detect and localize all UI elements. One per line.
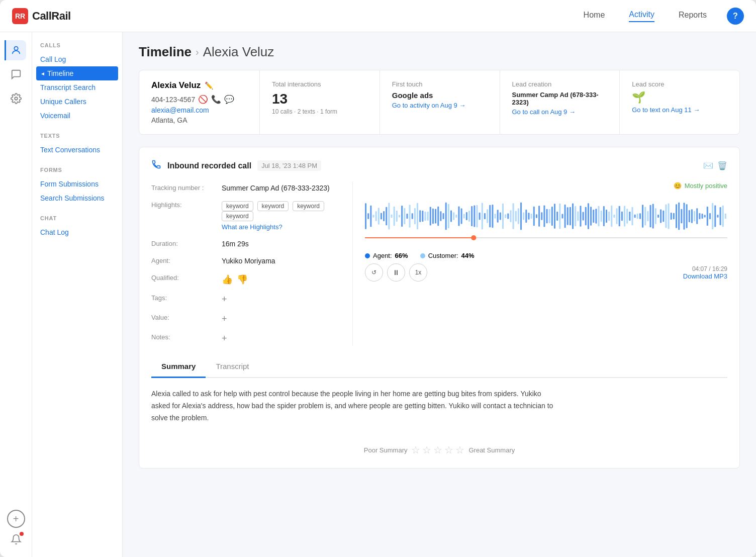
svg-rect-79 [564,205,566,228]
notification-bell[interactable] [9,532,24,549]
tracking-label: Tracking number : [151,182,222,194]
thumbs-up-icon[interactable]: 👍 [222,274,233,285]
svg-rect-87 [585,207,587,226]
help-button[interactable]: ? [727,8,744,25]
sidebar-item-call-log[interactable]: Call Log [32,52,122,66]
svg-rect-75 [554,204,555,228]
keyword-tag-3: keyword [293,201,324,211]
star-4[interactable]: ☆ [444,444,453,456]
svg-rect-4 [370,206,371,227]
star-2[interactable]: ☆ [422,444,431,456]
sidebar-item-text-conversations[interactable]: Text Conversations [32,143,122,157]
svg-rect-20 [412,213,413,219]
nav-activity[interactable]: Activity [629,10,654,22]
svg-rect-30 [437,207,439,226]
stars-container[interactable]: ☆ ☆ ☆ ☆ ☆ [411,444,464,456]
contact-email[interactable]: alexia@email.com [151,106,247,114]
svg-rect-141 [725,214,726,219]
sidebar-item-transcript-search[interactable]: Transcript Search [32,80,122,95]
rail-settings-icon[interactable] [6,88,26,109]
tags-value: + [222,292,352,307]
add-value-button[interactable]: + [222,314,227,324]
star-3[interactable]: ☆ [433,444,442,456]
add-note-button[interactable]: + [222,333,227,343]
first-touch-link[interactable]: Go to activity on Aug 9 → [392,102,488,109]
nav-home[interactable]: Home [584,11,605,22]
phone-call-icon[interactable]: 📞 [211,95,221,104]
svg-rect-125 [683,203,685,229]
edit-contact-icon[interactable]: ✏️ [205,81,213,89]
user-avatar: RR [12,8,28,24]
svg-rect-112 [650,205,651,228]
icon-rail: + [0,32,32,557]
svg-rect-41 [466,212,467,220]
email-action-icon[interactable]: ✉️ [703,161,713,170]
svg-rect-135 [709,213,711,219]
svg-rect-143 [365,237,474,238]
star-5[interactable]: ☆ [455,444,464,456]
contact-name: Alexia Veluz ✏️ [151,80,247,90]
svg-rect-77 [559,204,560,229]
customer-stat: Customer: 44% [420,252,475,259]
nav-reports[interactable]: Reports [679,11,707,22]
svg-rect-54 [500,212,501,220]
call-date: Jul 18, '23 1:48 PM [257,160,321,171]
svg-rect-42 [468,211,470,222]
pause-button[interactable]: ⏸ [387,263,405,282]
svg-rect-124 [681,209,682,223]
rail-chat-icon[interactable] [6,64,26,84]
sidebar-item-voicemail[interactable]: Voicemail [32,109,122,123]
lead-creation-link[interactable]: Go to call on Aug 9 → [512,108,608,116]
svg-rect-78 [561,214,563,219]
notes-label: Notes: [151,331,222,346]
agent-value: Yukiko Moriyama [222,255,352,267]
svg-rect-94 [603,206,605,226]
phone-blocked-icon[interactable]: 🚫 [198,95,208,104]
duration-label: Duration: [151,238,222,250]
svg-rect-50 [489,205,491,227]
rewind-button[interactable]: ↺ [365,263,383,282]
sidebar-item-chat-log[interactable]: Chat Log [32,225,122,239]
svg-rect-35 [450,211,452,222]
svg-rect-97 [611,206,612,227]
svg-rect-36 [453,212,454,220]
contact-card: Alexia Veluz ✏️ 404-123-4567 🚫 📞 💬 alexi… [139,70,260,134]
svg-rect-123 [678,203,680,230]
svg-rect-68 [536,214,537,218]
add-button[interactable]: + [7,510,25,528]
sidebar-item-timeline[interactable]: Timeline [36,66,118,80]
sentiment-icon: 😊 [674,182,682,190]
tab-summary[interactable]: Summary [151,356,206,378]
inbound-call-icon [151,159,161,172]
svg-rect-66 [531,214,532,219]
svg-rect-104 [629,212,630,221]
breadcrumb-parent[interactable]: Timeline [139,44,192,60]
star-1[interactable]: ☆ [411,444,420,456]
svg-rect-34 [448,204,449,229]
svg-rect-140 [722,206,724,227]
svg-rect-106 [634,215,636,218]
svg-rect-117 [663,211,664,222]
sms-icon[interactable]: 💬 [224,95,234,104]
svg-rect-17 [404,208,405,224]
speed-button[interactable]: 1x [409,263,427,282]
svg-rect-22 [417,203,418,229]
sidebar-item-unique-callers[interactable]: Unique Callers [32,95,122,109]
sidebar-item-search-submissions[interactable]: Search Submissions [32,191,122,205]
thumbs-down-icon[interactable]: 👎 [237,274,248,285]
rail-calls-icon[interactable] [5,40,26,60]
tab-transcript[interactable]: Transcript [206,356,259,378]
sidebar-item-form-submissions[interactable]: Form Submissions [32,177,122,191]
svg-rect-27 [430,207,431,225]
download-mp3-link[interactable]: Download MP3 [683,272,727,280]
lead-creation-value: Summer Camp Ad (678-333-2323) [512,91,608,106]
svg-rect-99 [616,208,618,224]
lead-score-link[interactable]: Go to text on Aug 11 → [632,106,727,114]
svg-rect-81 [570,207,571,226]
add-tag-button[interactable]: + [222,294,227,304]
svg-rect-6 [375,211,377,221]
highlights-link[interactable]: What are Highlights? [222,223,352,231]
delete-action-icon[interactable]: 🗑️ [717,161,727,170]
svg-rect-92 [598,206,600,226]
waveform-container[interactable] [365,194,727,244]
